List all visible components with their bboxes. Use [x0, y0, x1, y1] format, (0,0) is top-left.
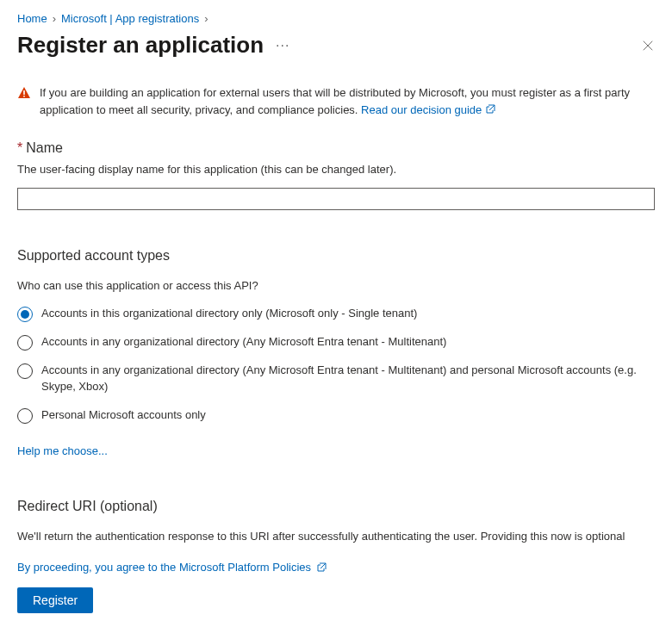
- account-types-question: Who can use this application or access t…: [17, 279, 655, 292]
- radio-icon: [17, 408, 33, 424]
- radio-single-tenant[interactable]: Accounts in this organizational director…: [17, 306, 655, 322]
- footer: By proceeding, you agree to the Microsof…: [0, 550, 672, 627]
- required-indicator: *: [17, 140, 22, 155]
- redirect-uri-description: We'll return the authentication response…: [17, 530, 655, 543]
- chevron-right-icon: ›: [204, 12, 208, 25]
- breadcrumb-app-registrations[interactable]: Microsoft | App registrations: [61, 12, 199, 25]
- radio-icon: [17, 335, 33, 351]
- register-button[interactable]: Register: [17, 587, 93, 613]
- more-icon[interactable]: ···: [276, 38, 289, 53]
- warning-text: If you are building an application for e…: [40, 86, 630, 116]
- warning-banner: If you are building an application for e…: [17, 84, 655, 118]
- account-types-heading: Supported account types: [17, 248, 655, 264]
- platform-policies-link[interactable]: By proceeding, you agree to the Microsof…: [17, 561, 327, 574]
- warning-link[interactable]: Read our decision guide: [361, 103, 495, 116]
- name-help-text: The user-facing display name for this ap…: [17, 163, 655, 176]
- radio-multitenant-personal[interactable]: Accounts in any organizational directory…: [17, 363, 655, 395]
- warning-icon: [17, 86, 31, 100]
- form-scroll-area[interactable]: If you are building an application for e…: [0, 76, 672, 549]
- account-types-radio-group: Accounts in this organizational director…: [17, 306, 655, 424]
- redirect-uri-heading: Redirect URI (optional): [17, 499, 655, 514]
- external-link-icon: [316, 562, 327, 573]
- chevron-right-icon: ›: [53, 12, 56, 25]
- radio-icon: [17, 307, 33, 322]
- breadcrumb: Home › Microsoft | App registrations ›: [0, 0, 672, 32]
- radio-icon: [17, 363, 33, 379]
- radio-multitenant[interactable]: Accounts in any organizational directory…: [17, 334, 655, 351]
- help-me-choose-link[interactable]: Help me choose...: [17, 444, 108, 457]
- name-field[interactable]: [17, 188, 655, 210]
- page-title: Register an application: [17, 32, 264, 59]
- radio-personal-only[interactable]: Personal Microsoft accounts only: [17, 407, 655, 424]
- svg-rect-2: [23, 90, 25, 95]
- breadcrumb-home[interactable]: Home: [17, 12, 47, 25]
- close-button[interactable]: [641, 39, 655, 53]
- svg-rect-3: [23, 96, 25, 97]
- external-link-icon: [485, 104, 495, 115]
- name-label: Name: [26, 140, 63, 155]
